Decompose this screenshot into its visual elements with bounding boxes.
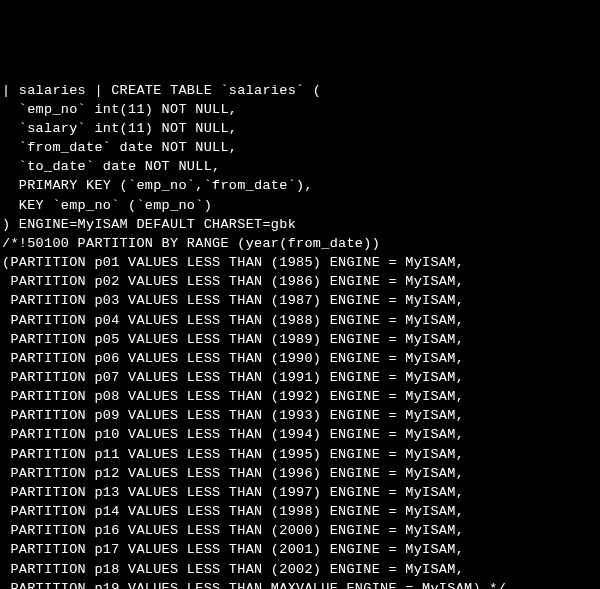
terminal-line: PARTITION p12 VALUES LESS THAN (1996) EN… bbox=[2, 464, 598, 483]
terminal-line: `emp_no` int(11) NOT NULL, bbox=[2, 100, 598, 119]
terminal-line: PARTITION p11 VALUES LESS THAN (1995) EN… bbox=[2, 445, 598, 464]
terminal-line: PARTITION p13 VALUES LESS THAN (1997) EN… bbox=[2, 483, 598, 502]
terminal-line: PARTITION p16 VALUES LESS THAN (2000) EN… bbox=[2, 521, 598, 540]
terminal-line: PARTITION p19 VALUES LESS THAN MAXVALUE … bbox=[2, 579, 598, 589]
terminal-line: PARTITION p03 VALUES LESS THAN (1987) EN… bbox=[2, 291, 598, 310]
terminal-line: `to_date` date NOT NULL, bbox=[2, 157, 598, 176]
terminal-line: ) ENGINE=MyISAM DEFAULT CHARSET=gbk bbox=[2, 215, 598, 234]
terminal-line: KEY `emp_no` (`emp_no`) bbox=[2, 196, 598, 215]
terminal-line: PARTITION p06 VALUES LESS THAN (1990) EN… bbox=[2, 349, 598, 368]
terminal-line: PARTITION p07 VALUES LESS THAN (1991) EN… bbox=[2, 368, 598, 387]
terminal-line: PARTITION p08 VALUES LESS THAN (1992) EN… bbox=[2, 387, 598, 406]
terminal-line: PARTITION p05 VALUES LESS THAN (1989) EN… bbox=[2, 330, 598, 349]
terminal-line: PARTITION p04 VALUES LESS THAN (1988) EN… bbox=[2, 311, 598, 330]
terminal-line: | salaries | CREATE TABLE `salaries` ( bbox=[2, 81, 598, 100]
terminal-line: `from_date` date NOT NULL, bbox=[2, 138, 598, 157]
terminal-line: PRIMARY KEY (`emp_no`,`from_date`), bbox=[2, 176, 598, 195]
terminal-line: PARTITION p09 VALUES LESS THAN (1993) EN… bbox=[2, 406, 598, 425]
terminal-line: PARTITION p10 VALUES LESS THAN (1994) EN… bbox=[2, 425, 598, 444]
terminal-line: PARTITION p18 VALUES LESS THAN (2002) EN… bbox=[2, 560, 598, 579]
terminal-line: `salary` int(11) NOT NULL, bbox=[2, 119, 598, 138]
terminal-line: (PARTITION p01 VALUES LESS THAN (1985) E… bbox=[2, 253, 598, 272]
terminal-line: /*!50100 PARTITION BY RANGE (year(from_d… bbox=[2, 234, 598, 253]
terminal-line: PARTITION p17 VALUES LESS THAN (2001) EN… bbox=[2, 540, 598, 559]
terminal-output: | salaries | CREATE TABLE `salaries` ( `… bbox=[2, 81, 598, 589]
terminal-line: PARTITION p14 VALUES LESS THAN (1998) EN… bbox=[2, 502, 598, 521]
terminal-line: PARTITION p02 VALUES LESS THAN (1986) EN… bbox=[2, 272, 598, 291]
